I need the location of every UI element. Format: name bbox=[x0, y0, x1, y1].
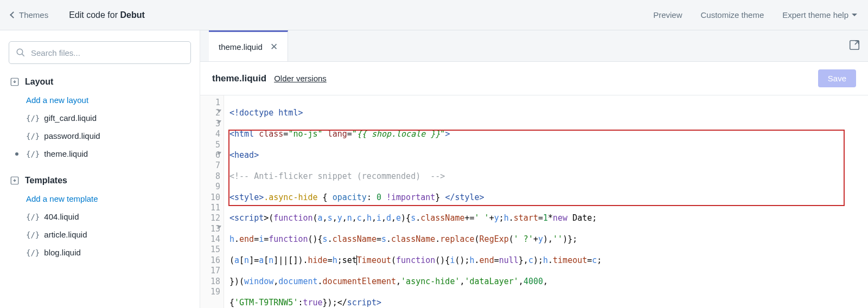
expand-editor-button[interactable] bbox=[848, 39, 860, 53]
main: Layout Add a new layout {/}gift_card.liq… bbox=[0, 30, 868, 308]
back-button[interactable]: Themes bbox=[11, 10, 48, 20]
save-button[interactable]: Save bbox=[818, 69, 856, 87]
liquid-icon: {/} bbox=[26, 150, 40, 158]
sidebar: Layout Add a new layout {/}gift_card.liq… bbox=[0, 30, 200, 308]
customize-theme-link[interactable]: Customize theme bbox=[701, 10, 764, 20]
file-name: password.liquid bbox=[44, 131, 100, 140]
liquid-icon: {/} bbox=[26, 213, 40, 221]
topbar: Themes Edit code for Debut Preview Custo… bbox=[0, 0, 868, 30]
title-prefix: Edit code for bbox=[69, 10, 120, 20]
file-name: article.liquid bbox=[44, 230, 87, 239]
editor: theme.liquid ✕ theme.liquid Older versio… bbox=[200, 30, 868, 308]
expert-help-label: Expert theme help bbox=[782, 10, 848, 20]
file-name: gift_card.liquid bbox=[44, 113, 97, 123]
page-title: Edit code for Debut bbox=[69, 10, 145, 20]
file-item-article[interactable]: {/}article.liquid bbox=[9, 226, 191, 243]
search-icon bbox=[16, 48, 25, 57]
folder-layout-header[interactable]: Layout bbox=[9, 77, 191, 87]
folder-download-icon bbox=[10, 77, 20, 87]
file-item-404[interactable]: {/}404.liquid bbox=[9, 208, 191, 226]
file-item-blog[interactable]: {/}blog.liquid bbox=[9, 243, 191, 261]
tab-label: theme.liquid bbox=[219, 42, 263, 52]
expand-icon bbox=[848, 39, 860, 51]
file-header: theme.liquid Older versions Save bbox=[200, 62, 868, 95]
caret-down-icon bbox=[852, 14, 857, 16]
file-item-theme[interactable]: {/}theme.liquid bbox=[9, 145, 191, 163]
liquid-icon: {/} bbox=[26, 248, 40, 257]
topbar-left: Themes Edit code for Debut bbox=[11, 10, 145, 20]
tab-theme-liquid[interactable]: theme.liquid ✕ bbox=[209, 30, 288, 61]
chevron-left-icon bbox=[10, 11, 17, 18]
code-editor[interactable]: 12345678910111213141516171819 <!doctype … bbox=[200, 95, 868, 308]
add-layout-link[interactable]: Add a new layout bbox=[9, 91, 191, 109]
file-item-gift-card[interactable]: {/}gift_card.liquid bbox=[9, 109, 191, 127]
file-name: blog.liquid bbox=[44, 248, 81, 257]
back-label: Themes bbox=[19, 10, 48, 20]
search-input-wrap[interactable] bbox=[9, 41, 191, 64]
liquid-icon: {/} bbox=[26, 132, 40, 140]
templates-file-list: Add a new template {/}404.liquid {/}arti… bbox=[9, 190, 191, 261]
folder-templates-header[interactable]: Templates bbox=[9, 176, 191, 185]
add-template-link[interactable]: Add a new template bbox=[9, 190, 191, 208]
expert-help-dropdown[interactable]: Expert theme help bbox=[782, 10, 857, 20]
preview-link[interactable]: Preview bbox=[653, 10, 682, 20]
file-header-name: theme.liquid bbox=[212, 73, 266, 84]
topbar-right: Preview Customize theme Expert theme hel… bbox=[653, 10, 857, 20]
svg-line-1 bbox=[22, 54, 24, 56]
code-content[interactable]: <!doctype html> <html class="no-js" lang… bbox=[224, 95, 631, 308]
file-name: theme.liquid bbox=[44, 149, 88, 158]
older-versions-link[interactable]: Older versions bbox=[274, 74, 327, 83]
layout-file-list: Add a new layout {/}gift_card.liquid {/}… bbox=[9, 91, 191, 163]
search-input[interactable] bbox=[31, 48, 184, 57]
folder-layout-label: Layout bbox=[25, 77, 53, 87]
title-theme-name: Debut bbox=[120, 10, 144, 20]
liquid-icon: {/} bbox=[26, 230, 40, 239]
tabs-row: theme.liquid ✕ bbox=[200, 30, 868, 62]
svg-point-0 bbox=[17, 49, 23, 55]
line-gutter: 12345678910111213141516171819 bbox=[200, 95, 224, 308]
close-icon[interactable]: ✕ bbox=[270, 42, 278, 52]
unsaved-dot-icon bbox=[15, 152, 18, 156]
folder-templates-label: Templates bbox=[25, 176, 67, 185]
file-name: 404.liquid bbox=[44, 212, 79, 221]
file-item-password[interactable]: {/}password.liquid bbox=[9, 127, 191, 145]
folder-download-icon bbox=[10, 176, 20, 185]
liquid-icon: {/} bbox=[26, 114, 40, 123]
